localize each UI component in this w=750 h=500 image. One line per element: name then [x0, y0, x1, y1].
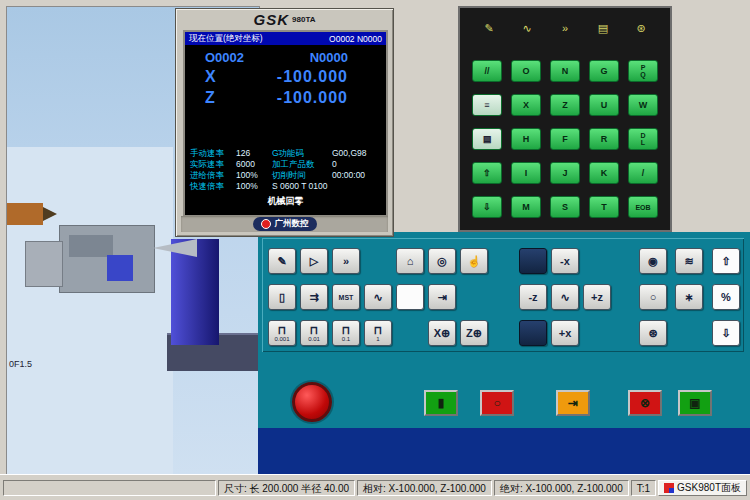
rapid-button[interactable]: ∿: [551, 284, 579, 310]
key-program[interactable]: ▤: [472, 128, 502, 150]
axis-x-value: -100.000: [277, 66, 348, 87]
spindle-stop-button[interactable]: ○: [639, 284, 667, 310]
emergency-stop-button[interactable]: [292, 382, 332, 422]
boring-bar-tip: [43, 207, 57, 221]
lubrication-button-icon: ∗: [684, 292, 693, 303]
program-number: O0002: [205, 50, 244, 66]
key-K[interactable]: K: [589, 162, 619, 184]
manual-rate-label: 手动速率: [190, 148, 236, 159]
single-block-button[interactable]: ▯: [268, 284, 296, 310]
dry-run-button-icon: ∿: [373, 292, 382, 303]
edit-mode-button[interactable]: ✎: [268, 248, 296, 274]
step-0001-button[interactable]: ⊓0.001: [268, 320, 296, 346]
key-I[interactable]: I: [511, 162, 541, 184]
lubrication-button[interactable]: ∗: [675, 284, 703, 310]
axis-plus-x-button[interactable]: +x: [551, 320, 579, 346]
aux-green-button[interactable]: ▣: [678, 390, 712, 416]
key-menu[interactable]: ≡: [472, 94, 502, 116]
key-F[interactable]: F: [550, 128, 580, 150]
handwheel-mode-button[interactable]: ◎: [428, 248, 456, 274]
key-M[interactable]: M: [511, 196, 541, 218]
step-01-button-icon: ⊓: [342, 325, 351, 336]
panel-name-cell: GSK980T面板: [658, 480, 747, 496]
aux-lock-button-icon: MST: [339, 292, 354, 303]
key-G[interactable]: G: [589, 60, 619, 82]
feed-hold-button[interactable]: ○: [480, 390, 514, 416]
key-T[interactable]: T: [589, 196, 619, 218]
machine-mode-label: 机械回零: [185, 195, 386, 208]
panel-name-label: GSK980T面板: [677, 481, 741, 495]
cycle-start-button[interactable]: ▮: [424, 390, 458, 416]
coolant-button-icon: ≋: [684, 256, 693, 267]
blank-dark-button-2[interactable]: [519, 320, 547, 346]
rapid-button-icon: ∿: [560, 292, 569, 303]
jog-mode-button[interactable]: ☝: [460, 248, 488, 274]
blank-white-button[interactable]: [396, 284, 424, 310]
gsk-logo-dot-icon: [261, 219, 271, 229]
tool-change-button[interactable]: ⊛: [639, 320, 667, 346]
tailstock: [25, 241, 63, 287]
key-cursor-down[interactable]: ⇩: [472, 196, 502, 218]
override-down-button-icon: ⇩: [721, 328, 730, 339]
relative-position-status: 相对: X-100.000, Z-100.000: [357, 480, 492, 496]
coolant-button[interactable]: ≋: [675, 248, 703, 274]
brand-logo: GSK: [254, 11, 290, 28]
key-W[interactable]: W: [628, 94, 658, 116]
aux-lock-button[interactable]: MST: [332, 284, 360, 310]
status-bar: 尺寸: 长 200.000 半径 40.00 相对: X-100.000, Z-…: [0, 474, 750, 500]
axis-select-x-button[interactable]: X⊕: [428, 320, 456, 346]
part-count-label: 加工产品数: [272, 159, 332, 170]
override-up-button[interactable]: ⇧: [712, 248, 740, 274]
carriage-detail: [69, 235, 113, 257]
axis-minus-z-button[interactable]: -z: [519, 284, 547, 310]
spindle-stop-button-icon: ○: [650, 292, 657, 303]
block-skip-button[interactable]: ⇉: [300, 284, 328, 310]
info-row: 手动速率 126 G功能码 G00,G98: [190, 148, 383, 159]
g-code-value: G00,G98: [332, 148, 382, 159]
blank-dark-button-1[interactable]: [519, 248, 547, 274]
program-zero-button-icon: ⇥: [437, 292, 446, 303]
spindle-cw-button[interactable]: ◉: [639, 248, 667, 274]
key-P-Q[interactable]: P Q: [628, 60, 658, 82]
crt-screen: 现在位置(绝对坐标) O0002 N0000 O0002 N0000 X -10…: [183, 30, 388, 217]
rapid-override-label: 快速倍率: [190, 181, 236, 192]
key-EOB[interactable]: EOB: [628, 196, 658, 218]
feed-override-label: 进给倍率: [190, 170, 236, 181]
mdi-mode-button[interactable]: »: [332, 248, 360, 274]
key-cursor-up[interactable]: ⇧: [472, 162, 502, 184]
spindle-tool-value: S 0600 T 0100: [272, 181, 332, 192]
key-N[interactable]: N: [550, 60, 580, 82]
status-spacer: [3, 480, 216, 496]
crt-brand: GSK 980TA: [176, 9, 393, 29]
key-R[interactable]: R: [589, 128, 619, 150]
key-double-slash[interactable]: //: [472, 60, 502, 82]
key-D-L[interactable]: D L: [628, 128, 658, 150]
aux-orange-button[interactable]: ⇥: [556, 390, 590, 416]
jog-mode-button-icon: ☝: [467, 256, 481, 267]
step-1-button[interactable]: ⊓1: [364, 320, 392, 346]
step-001-button[interactable]: ⊓0.01: [300, 320, 328, 346]
crt-display-unit: GSK 980TA 现在位置(绝对坐标) O0002 N0000 O0002 N…: [175, 8, 394, 237]
dry-run-button[interactable]: ∿: [364, 284, 392, 310]
key-X[interactable]: X: [511, 94, 541, 116]
program-zero-button[interactable]: ⇥: [428, 284, 456, 310]
key-S[interactable]: S: [550, 196, 580, 218]
key-slash[interactable]: /: [628, 162, 658, 184]
auto-mode-button[interactable]: ▷: [300, 248, 328, 274]
axis-plus-z-button[interactable]: +z: [583, 284, 611, 310]
machine-zero-button[interactable]: ⌂: [396, 248, 424, 274]
axis-minus-x-button[interactable]: -x: [551, 248, 579, 274]
step-01-button[interactable]: ⊓0.1: [332, 320, 360, 346]
override-percent-button[interactable]: %: [712, 284, 740, 310]
key-U[interactable]: U: [589, 94, 619, 116]
g-code-label: G功能码: [272, 148, 332, 159]
axis-minus-z-button-icon: -z: [528, 292, 537, 303]
key-J[interactable]: J: [550, 162, 580, 184]
key-Z[interactable]: Z: [550, 94, 580, 116]
key-H[interactable]: H: [511, 128, 541, 150]
axis-select-z-button[interactable]: Z⊕: [460, 320, 488, 346]
key-O[interactable]: O: [511, 60, 541, 82]
aux-red-button[interactable]: ⊗: [628, 390, 662, 416]
machine-zero-button-icon: ⌂: [407, 256, 414, 267]
override-down-button[interactable]: ⇩: [712, 320, 740, 346]
